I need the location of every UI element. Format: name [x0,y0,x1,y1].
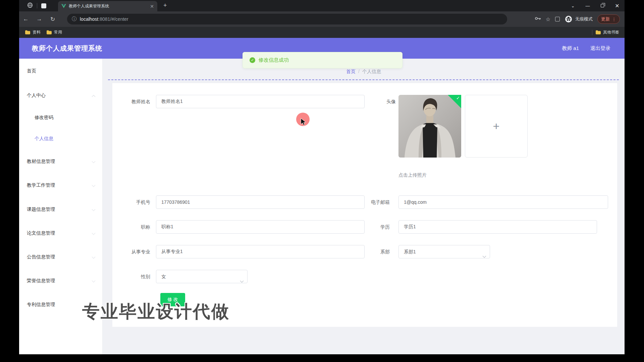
department-label: 系部 [359,245,390,258]
folder-icon [47,30,52,35]
education-label: 学历 [359,220,390,234]
department-select[interactable]: 系部1 [398,245,490,258]
forward-icon[interactable]: → [33,16,46,22]
update-button[interactable]: 更新 ⋮ [597,14,620,24]
new-tab-icon[interactable]: + [163,2,167,9]
breadcrumb-separator: / [358,69,360,74]
logout-link[interactable]: 退出登录 [590,45,610,52]
education-input[interactable] [398,220,597,234]
bookmark-folder[interactable]: 常用 [47,29,62,35]
breadcrumb: 首页/个人信息 [103,69,625,75]
tab-search-icon[interactable]: ⌄ [566,3,580,8]
app-title: 教师个人成果管理系统 [32,44,102,53]
phone-input[interactable] [156,195,365,209]
toast-message: 修改信息成功 [259,57,289,63]
webpage: 教师个人成果管理系统 教师 a1 退出登录 ✓ 修改信息成功 首页 个人中心 修… [19,38,625,354]
sidebar-item-teaching-work[interactable]: 教学工作管理 [19,182,102,189]
sidebar-item-change-password[interactable]: 修改密码 [19,114,102,121]
email-label: 电子邮箱 [359,195,390,209]
success-toast: ✓ 修改信息成功 [243,52,402,68]
chevron-down-icon [240,275,244,288]
browser-toolbar: ← → ↻ ⓘ localhost:8081/#/center ☆ 无痕模式 更… [19,11,625,27]
url-text[interactable]: localhost:8081/#/center [80,16,128,22]
upload-hint: 点击上传照片 [398,172,427,178]
tab-title: 教师个人成果管理系统 [69,3,147,9]
current-user[interactable]: 教师 a1 [562,45,579,52]
incognito-badge: 无痕模式 [565,15,593,23]
new-window-icon[interactable] [41,3,46,8]
plus-icon: + [493,120,500,133]
vue-icon [61,3,66,9]
sidebar-item-personal-info[interactable]: 个人信息 [19,135,102,142]
chevron-down-icon [92,183,96,188]
folder-icon [25,30,30,35]
sidebar-item-announcement[interactable]: 公告信息管理 [19,253,102,261]
sidebar-item-paper[interactable]: 论文信息管理 [19,230,102,237]
divider [592,30,592,35]
teacher-name-input[interactable] [156,95,365,108]
other-bookmarks-button[interactable]: 其他书签 [596,29,619,35]
chevron-up-icon [92,93,96,98]
breadcrumb-current: 个人信息 [362,69,381,74]
avatar-label: 头像 [366,95,396,108]
chevron-down-icon [92,231,96,236]
avatar-photo[interactable] [398,95,461,158]
title-input[interactable] [156,220,365,234]
reload-icon[interactable]: ↻ [46,16,59,23]
browser-tab[interactable]: 教师个人成果管理系统 ✕ [58,1,157,11]
chevron-down-icon [92,159,96,164]
profile-form-card: 教师姓名 头像 [112,83,617,327]
breadcrumb-home[interactable]: 首页 [346,69,356,74]
phone-label: 手机号 [112,195,150,209]
sidebar-item-honor[interactable]: 荣誉信息管理 [19,277,102,285]
gender-select[interactable]: 女 [156,270,248,283]
globe-icon[interactable] [27,2,33,9]
divider [37,3,37,8]
gender-label: 性别 [112,270,150,283]
sidebar-item-home[interactable]: 首页 [19,67,102,75]
title-label: 职称 [112,220,150,234]
teacher-name-label: 教师姓名 [112,95,150,108]
page-info-icon[interactable]: ⓘ [72,16,76,22]
dashed-divider [108,79,619,80]
side-panel-icon[interactable] [555,17,560,21]
mouse-cursor-icon [300,118,308,127]
major-input[interactable] [156,245,365,258]
success-check-icon: ✓ [250,57,255,63]
tab-strip: 教师个人成果管理系统 ✕ + ⌄ — ✕ [19,0,625,11]
chevron-down-icon [92,254,96,260]
sidebar-item-textbook[interactable]: 教材信息管理 [19,158,102,165]
folder-icon [596,30,601,35]
restore-icon[interactable] [595,3,610,8]
address-bar[interactable]: ⓘ localhost:8081/#/center [67,14,507,24]
back-icon[interactable]: ← [19,16,33,22]
email-input[interactable] [398,195,608,209]
close-window-icon[interactable]: ✕ [610,3,625,9]
menu-dots-icon[interactable]: ⋮ [612,17,616,22]
chevron-down-icon [92,278,96,284]
incognito-label: 无痕模式 [575,16,593,22]
bookmark-star-icon[interactable]: ☆ [546,16,550,22]
watermark-text: 专业毕业设计代做 [82,300,230,323]
major-label: 从事专业 [112,245,150,258]
chevron-down-icon [482,250,486,263]
bookmark-folder[interactable]: 资料 [25,29,41,35]
avatar-upload-box[interactable]: + [465,95,528,158]
minimize-icon[interactable]: — [580,3,595,8]
password-key-icon[interactable] [535,16,541,22]
tab-close-icon[interactable]: ✕ [150,4,154,9]
sidebar-item-project[interactable]: 课题信息管理 [19,206,102,213]
bookmarks-bar: 资料 常用 其他书签 [19,27,625,38]
sidebar-item-personal-center[interactable]: 个人中心 [19,92,102,99]
chevron-down-icon [92,207,96,212]
browser-window: 教师个人成果管理系统 ✕ + ⌄ — ✕ ← → ↻ ⓘ localhost:8… [19,0,625,354]
